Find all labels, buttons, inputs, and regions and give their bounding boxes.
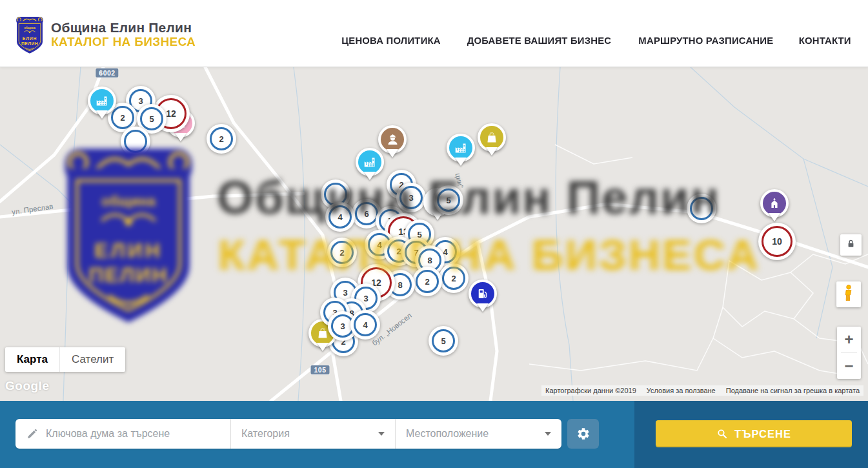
cluster-count: 2 <box>210 127 233 150</box>
nav-add-your-business[interactable]: ДОБАВЕТЕ ВАШИЯТ БИЗНЕС <box>467 35 612 46</box>
cluster-marker[interactable]: 5 <box>434 185 463 215</box>
cluster-count: 2 <box>416 270 439 293</box>
lock-icon <box>845 238 856 252</box>
svg-text:ПЕЛИН: ПЕЛИН <box>21 41 38 45</box>
chevron-down-icon <box>545 432 551 436</box>
advanced-options-button[interactable] <box>567 419 599 449</box>
cluster-count: 10 <box>762 226 792 257</box>
pencil-icon <box>26 428 38 440</box>
lock-button[interactable] <box>840 234 862 256</box>
fuel-pin-marker[interactable] <box>469 280 497 308</box>
brand[interactable]: общинаЕЛИНПЕЛИН Община Елин Пелин КАТАЛО… <box>0 12 193 55</box>
map-type-map-button[interactable]: Карта <box>5 347 59 372</box>
zoom-in-button[interactable]: + <box>837 327 861 352</box>
svg-text:община: община <box>24 25 35 29</box>
pin-tail <box>96 110 108 119</box>
pegman-button[interactable] <box>836 281 861 307</box>
cluster-marker[interactable] <box>687 194 716 223</box>
attribution-copyright: Картографски данни ©2019 <box>545 387 636 394</box>
page: общинаЕЛИНПЕЛИН Община Елин Пелин КАТАЛО… <box>0 0 868 468</box>
cluster-marker[interactable] <box>121 127 150 156</box>
cluster-marker[interactable]: 4 <box>350 310 380 340</box>
main-nav: ЦЕНОВА ПОЛИТИКА ДОБАВЕТЕ ВАШИЯТ БИЗНЕС М… <box>339 21 868 46</box>
cluster-marker[interactable]: 5 <box>429 326 458 356</box>
search-bar-right: ТЪРСЕНЕ <box>634 401 868 468</box>
chevron-down-icon <box>378 432 385 436</box>
cluster-count: 4 <box>328 205 352 229</box>
worker-icon <box>386 133 399 147</box>
cluster-count: 2 <box>442 267 465 290</box>
pin-tail <box>317 343 328 351</box>
zoom-out-button[interactable]: − <box>837 353 861 379</box>
factory-pin-marker[interactable] <box>447 134 475 162</box>
brand-title: Община Елин Пелин <box>51 21 193 36</box>
cluster-count: 5 <box>140 107 163 130</box>
municipality-logo-icon: общинаЕЛИНПЕЛИН <box>14 15 45 55</box>
cluster-count: 2 <box>330 241 354 264</box>
category-select-value: Категория <box>241 428 290 440</box>
cluster-marker[interactable]: 2 <box>439 263 469 293</box>
bag-icon <box>485 131 498 144</box>
road-number-badge: 6002 <box>96 68 118 77</box>
cluster-marker[interactable]: 2 <box>207 124 236 154</box>
cluster-marker[interactable]: 3 <box>396 183 426 212</box>
church-pin-marker[interactable] <box>760 189 789 218</box>
brand-text: Община Елин Пелин КАТАЛОГ НА БИЗНЕСА <box>51 21 193 48</box>
nav-pricing-policy[interactable]: ЦЕНОВА ПОЛИТИКА <box>341 35 441 46</box>
bag-pin-marker[interactable] <box>478 123 506 152</box>
location-select[interactable]: Местоположение <box>395 419 561 449</box>
search-bar-left: Категория Местоположение <box>0 401 634 468</box>
pin-tail <box>486 147 498 156</box>
cluster-count <box>690 197 713 220</box>
keyword-input[interactable] <box>45 427 221 440</box>
cluster-count: 4 <box>354 313 377 336</box>
factory-pin-marker[interactable] <box>356 148 384 176</box>
map-type-control: Карта Сателит <box>5 347 125 372</box>
cluster-marker[interactable]: 2 <box>412 267 442 296</box>
church-icon <box>768 197 781 210</box>
svg-text:ЕЛИН: ЕЛИН <box>23 36 37 40</box>
map-canvas[interactable]: 1232522356471354227481022812332833456002… <box>0 67 868 401</box>
pin-tail <box>175 133 187 141</box>
report-map-error-link[interactable]: Подаване на сигнал за грешка в картата <box>726 387 860 394</box>
category-select[interactable]: Категория <box>230 419 395 449</box>
brand-subtitle: КАТАЛОГ НА БИЗНЕСА <box>51 36 196 48</box>
keyword-field <box>15 419 230 449</box>
pin-tail <box>455 158 467 166</box>
factory-icon <box>454 141 468 155</box>
worker-pin-marker[interactable] <box>378 125 407 154</box>
cluster-marker[interactable]: 10 <box>758 223 796 260</box>
cluster-marker[interactable]: 2 <box>327 238 357 267</box>
cluster-count: 5 <box>437 188 460 212</box>
search-submit-button[interactable]: ТЪРСЕНЕ <box>656 420 852 447</box>
fuel-icon <box>476 287 489 300</box>
search-bar: Категория Местоположение ТЪРСЕНЕ <box>0 401 868 468</box>
nav-contacts[interactable]: КОНТАКТИ <box>798 35 851 46</box>
search-icon <box>716 428 728 440</box>
cluster-count: 2 <box>111 106 134 129</box>
street-label: ул. Преслав <box>11 203 54 216</box>
pegman-icon <box>842 284 856 305</box>
road-number-badge: 105 <box>310 365 329 374</box>
factory-icon <box>363 156 377 169</box>
google-logo[interactable]: Google <box>5 379 49 393</box>
cluster-count: 6 <box>355 202 378 225</box>
factory-pin-marker[interactable] <box>88 86 116 115</box>
terms-of-use-link[interactable]: Условия за ползване <box>647 387 716 394</box>
zoom-control: + − <box>837 327 861 379</box>
pin-tail <box>477 303 489 312</box>
gear-icon <box>576 427 590 441</box>
map-type-satellite-button[interactable]: Сателит <box>59 347 125 372</box>
header: общинаЕЛИНПЕЛИН Община Елин Пелин КАТАЛО… <box>0 0 868 67</box>
factory-icon <box>96 94 109 108</box>
pin-tail <box>364 172 376 180</box>
cluster-marker[interactable]: 4 <box>325 202 355 232</box>
search-submit-label: ТЪРСЕНЕ <box>734 428 791 440</box>
nav-route-schedule[interactable]: МАРШРУТНО РАЗПИСАНИЕ <box>638 35 773 46</box>
pin-tail <box>769 213 780 221</box>
map-attribution: Картографски данни ©2019 Условия за полз… <box>541 385 863 396</box>
cluster-count: 3 <box>399 186 423 209</box>
cluster-count <box>124 130 147 153</box>
markers-layer: 1232522356471354227481022812332833456002… <box>0 67 868 401</box>
location-select-value: Местоположение <box>406 428 489 440</box>
